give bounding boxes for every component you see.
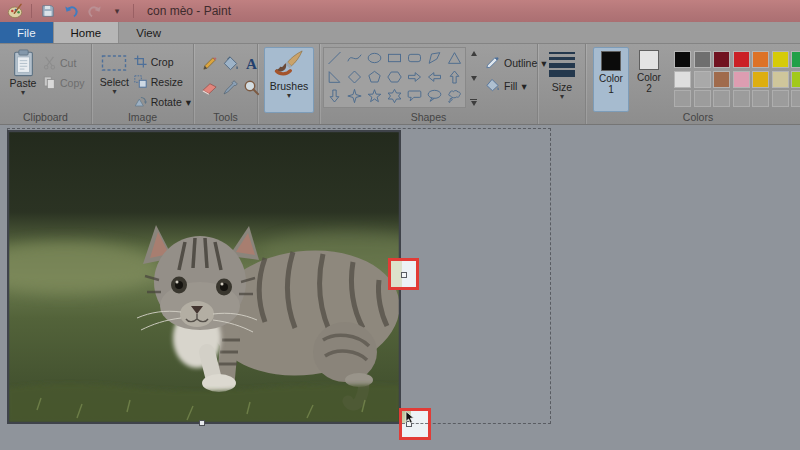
- shape-hexagon[interactable]: [385, 68, 404, 86]
- color1-swatch: [601, 51, 621, 71]
- palette-swatch[interactable]: [694, 51, 711, 68]
- color1-label: Color: [599, 73, 623, 84]
- tab-view[interactable]: View: [119, 22, 178, 43]
- copy-label: Copy: [60, 77, 85, 89]
- palette-swatch[interactable]: [772, 51, 789, 68]
- group-shapes: Outline ▾ Fill ▾ Shapes: [320, 44, 538, 124]
- shape-four-point-star[interactable]: [345, 87, 364, 105]
- dropdown-caret: ▾: [186, 96, 191, 108]
- size-icon: [549, 49, 575, 81]
- shape-rectangle[interactable]: [385, 49, 404, 67]
- ribbon-tab-row: File Home View: [0, 22, 800, 44]
- shape-arrow-right[interactable]: [405, 68, 424, 86]
- color-picker-tool-button[interactable]: [221, 77, 240, 98]
- canvas-image-kitten[interactable]: [7, 130, 401, 424]
- svg-text:A: A: [246, 56, 257, 72]
- shape-arrow-down[interactable]: [325, 87, 344, 105]
- canvas-bottom-middle-grip[interactable]: [199, 420, 205, 426]
- palette-swatch[interactable]: [733, 51, 750, 68]
- workspace: [0, 125, 800, 450]
- shapes-scroll-up-button[interactable]: [468, 48, 479, 59]
- copy-button[interactable]: Copy: [43, 73, 85, 92]
- eraser-tool-button[interactable]: [200, 77, 219, 98]
- palette-swatch[interactable]: [733, 71, 750, 88]
- separator: [31, 4, 32, 18]
- shape-curve[interactable]: [345, 49, 364, 67]
- shape-right-triangle[interactable]: [325, 68, 344, 86]
- undo-button[interactable]: [62, 2, 80, 20]
- shapes-scroll-down-button[interactable]: [468, 73, 479, 84]
- shape-arrow-left[interactable]: [425, 68, 444, 86]
- color1-number: 1: [608, 84, 614, 95]
- palette-empty-slot[interactable]: [713, 90, 730, 107]
- redo-button[interactable]: [85, 2, 103, 20]
- crop-button[interactable]: Crop: [134, 52, 191, 71]
- paint-window: ▾ con mèo - Paint File Home View Paste ▾…: [0, 0, 800, 450]
- shape-six-point-star[interactable]: [385, 87, 404, 105]
- group-colors: Color 1 Color 2 Colors: [586, 44, 800, 124]
- image-right-middle-grip[interactable]: [401, 272, 407, 278]
- rotate-button[interactable]: Rotate ▾: [134, 92, 191, 111]
- group-clipboard: Paste ▾ Cut Copy Clipboard: [0, 44, 92, 124]
- color1-button[interactable]: Color 1: [593, 47, 629, 112]
- resize-button[interactable]: Resize: [134, 72, 191, 91]
- crop-label: Crop: [151, 56, 174, 68]
- outline-label: Outline: [504, 57, 537, 69]
- color2-button[interactable]: Color 2: [632, 47, 666, 110]
- shape-rounded-rectangle[interactable]: [405, 49, 424, 67]
- palette-swatch[interactable]: [713, 51, 730, 68]
- cut-label: Cut: [60, 57, 76, 69]
- separator: [133, 4, 134, 18]
- palette-empty-slot[interactable]: [674, 90, 691, 107]
- shape-line[interactable]: [325, 49, 344, 67]
- palette-swatch[interactable]: [674, 71, 691, 88]
- color-palette: [666, 47, 800, 107]
- shape-oval-callout[interactable]: [425, 87, 444, 105]
- palette-swatch[interactable]: [772, 71, 789, 88]
- title-bar: ▾ con mèo - Paint: [0, 0, 800, 22]
- rotate-icon: [134, 95, 147, 108]
- palette-empty-slot[interactable]: [694, 90, 711, 107]
- palette-swatch[interactable]: [791, 71, 800, 88]
- palette-swatch[interactable]: [752, 51, 769, 68]
- shape-cloud-callout[interactable]: [445, 87, 464, 105]
- shape-diamond[interactable]: [345, 68, 364, 86]
- shape-pentagon[interactable]: [365, 68, 384, 86]
- palette-empty-slot[interactable]: [752, 90, 769, 107]
- palette-empty-slot[interactable]: [772, 90, 789, 107]
- shape-triangle[interactable]: [445, 49, 464, 67]
- shape-five-point-star[interactable]: [365, 87, 384, 105]
- shape-ellipse[interactable]: [365, 49, 384, 67]
- group-label-shapes: Shapes: [320, 111, 537, 123]
- resize-handle-highlight-bottom: [399, 408, 431, 440]
- quick-access-options-button[interactable]: ▾: [108, 2, 126, 20]
- size-button[interactable]: Size ▾: [542, 47, 582, 100]
- fill-tool-button[interactable]: [221, 53, 240, 74]
- shape-rounded-callout[interactable]: [405, 87, 424, 105]
- fill-label: Fill: [504, 80, 517, 92]
- pencil-tool-button[interactable]: [200, 53, 219, 74]
- shapes-more-button[interactable]: [468, 97, 479, 108]
- fill-icon: [485, 78, 500, 93]
- tab-home[interactable]: Home: [53, 22, 120, 43]
- ribbon: Paste ▾ Cut Copy Clipboard Select ▾: [0, 44, 800, 125]
- palette-swatch[interactable]: [791, 51, 800, 68]
- palette-swatch[interactable]: [752, 71, 769, 88]
- cut-button[interactable]: Cut: [43, 53, 85, 72]
- copy-icon: [43, 76, 56, 90]
- tab-file[interactable]: File: [0, 22, 53, 43]
- palette-empty-slot[interactable]: [733, 90, 750, 107]
- save-button[interactable]: [39, 2, 57, 20]
- rotate-label: Rotate: [151, 96, 182, 108]
- select-button[interactable]: Select ▾: [95, 47, 134, 95]
- shape-arrow-up[interactable]: [445, 68, 464, 86]
- resize-label: Resize: [151, 76, 183, 88]
- palette-swatch[interactable]: [713, 71, 730, 88]
- palette-swatch[interactable]: [674, 51, 691, 68]
- brushes-button[interactable]: Brushes ▾: [264, 47, 314, 113]
- paint-logo-icon[interactable]: [6, 2, 24, 20]
- shape-polygon[interactable]: [425, 49, 444, 67]
- palette-swatch[interactable]: [694, 71, 711, 88]
- paste-button[interactable]: Paste ▾: [3, 47, 43, 96]
- palette-empty-slot[interactable]: [791, 90, 800, 107]
